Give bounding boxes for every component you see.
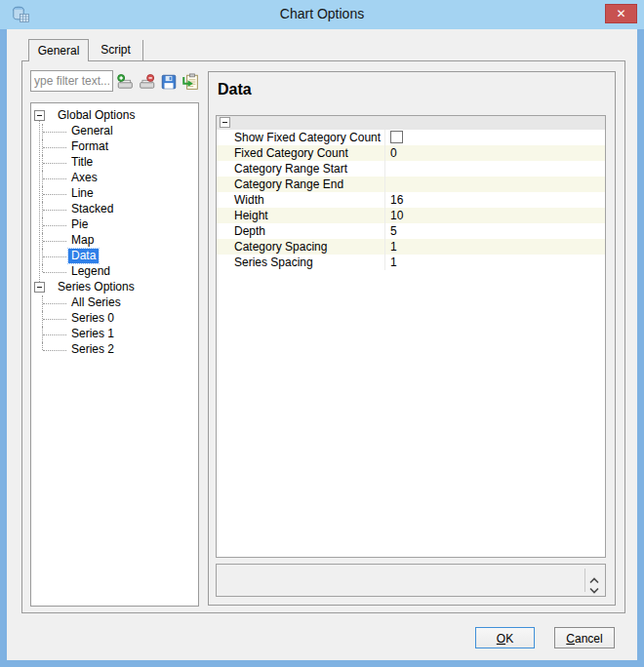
show-fixed-category-count-checkbox[interactable] (390, 131, 403, 143)
tree-item-pie[interactable]: Pie (31, 217, 198, 233)
tree-group-label: Series Options (58, 280, 135, 294)
description-spinner (584, 569, 603, 592)
tree-item-line[interactable]: Line (31, 186, 198, 202)
general-tab-panel: Global OptionsGeneralFormatTitleAxesLine… (21, 60, 625, 613)
tree-item-label: Title (71, 155, 93, 170)
tree-item-label: Map (71, 233, 94, 248)
title-bar: Chart Options ✕ (0, 0, 644, 29)
close-button[interactable]: ✕ (605, 4, 637, 23)
property-row-series-spacing: Series Spacing1 (217, 255, 605, 270)
tree-item-label: Axes (71, 171, 98, 185)
close-icon: ✕ (616, 7, 625, 20)
tree-item-label: Legend (71, 264, 110, 279)
tree-item-label: Stacked (71, 202, 113, 216)
chevron-down-icon[interactable] (588, 582, 600, 589)
property-label: Series Spacing (217, 255, 384, 270)
description-box (216, 564, 606, 597)
tree-group-label: Global Options (58, 108, 135, 123)
collapse-icon[interactable] (220, 117, 230, 128)
property-grid-header (217, 116, 605, 130)
property-row-show-fixed-category-count: Show Fixed Category Count (217, 130, 605, 145)
property-label: Category Range Start (217, 161, 384, 177)
property-row-category-range-start: Category Range Start (217, 161, 605, 177)
tree-item-label: Series 0 (71, 311, 114, 326)
property-value[interactable] (384, 177, 605, 192)
property-value[interactable]: 16 (384, 192, 605, 208)
property-row-width: Width16 (217, 192, 605, 208)
property-grid: Show Fixed Category CountFixed Category … (216, 115, 606, 558)
tree-item-label: Pie (71, 217, 88, 232)
tree-item-label: Line (71, 186, 94, 201)
tree-item-general[interactable]: General (31, 124, 198, 139)
property-value[interactable]: 1 (384, 255, 605, 270)
collapse-icon[interactable] (34, 282, 45, 293)
data-options-panel: Data Show Fixed Category CountFixed Cate… (208, 71, 616, 606)
chevron-up-icon[interactable] (588, 572, 600, 579)
tree-item-map[interactable]: Map (31, 233, 198, 249)
tree-item-label: All Series (71, 295, 121, 310)
property-value[interactable]: 1 (384, 239, 605, 255)
tree-item-label: Format (71, 139, 108, 154)
property-value[interactable] (384, 130, 605, 145)
tree-item-stacked[interactable]: Stacked (31, 202, 198, 217)
tree-item-label: Series 1 (71, 327, 114, 341)
ok-button[interactable]: OK (475, 627, 535, 648)
tree-item-axes[interactable]: Axes (31, 171, 198, 186)
apply-template-icon[interactable] (181, 72, 200, 92)
remove-template-icon[interactable] (138, 72, 157, 92)
tree-item-title[interactable]: Title (31, 155, 198, 171)
filter-input[interactable] (30, 70, 113, 92)
property-value[interactable]: 0 (384, 145, 605, 161)
tree-item-all-series[interactable]: All Series (31, 295, 198, 311)
window-title: Chart Options (0, 6, 644, 21)
tree-item-data[interactable]: Data (31, 249, 198, 264)
tree-item-label-selected: Data (68, 249, 99, 263)
tree-group-global-options[interactable]: Global Options (31, 108, 198, 124)
property-row-depth: Depth5 (217, 223, 605, 239)
property-row-category-range-end: Category Range End (217, 177, 605, 192)
options-tree: Global OptionsGeneralFormatTitleAxesLine… (30, 102, 199, 607)
property-label: Show Fixed Category Count (217, 130, 384, 145)
tree-item-series-1[interactable]: Series 1 (31, 327, 198, 342)
property-label: Depth (217, 223, 384, 239)
property-label: Width (217, 192, 384, 208)
save-icon[interactable] (159, 72, 179, 92)
property-label: Height (217, 208, 384, 223)
collapse-icon[interactable] (34, 110, 45, 121)
property-rows: Show Fixed Category CountFixed Category … (217, 130, 605, 270)
tab-script[interactable]: Script (89, 40, 143, 60)
chart-options-dialog: Chart Options ✕ General Script (0, 0, 644, 667)
property-label: Category Range End (217, 177, 384, 192)
property-row-height: Height10 (217, 208, 605, 223)
tree-item-label: General (71, 124, 113, 138)
property-row-fixed-category-count: Fixed Category Count0 (217, 145, 605, 161)
property-value[interactable]: 5 (384, 223, 605, 239)
dialog-body: General Script (7, 29, 637, 660)
tree-item-label: Series 2 (71, 342, 114, 357)
tree-item-series-2[interactable]: Series 2 (31, 342, 198, 358)
cancel-button[interactable]: Cancel (554, 627, 615, 648)
property-label: Fixed Category Count (217, 145, 384, 161)
property-label: Category Spacing (217, 239, 384, 255)
property-row-category-spacing: Category Spacing1 (217, 239, 605, 255)
tree-item-format[interactable]: Format (31, 139, 198, 155)
property-value[interactable] (384, 161, 605, 177)
property-value[interactable]: 10 (384, 208, 605, 223)
tab-general[interactable]: General (28, 39, 89, 61)
tree-item-series-0[interactable]: Series 0 (31, 311, 198, 327)
tree-group-series-options[interactable]: Series Options (31, 280, 198, 295)
panel-title: Data (218, 81, 252, 98)
import-template-icon[interactable] (115, 72, 135, 92)
tree-item-legend[interactable]: Legend (31, 264, 198, 280)
